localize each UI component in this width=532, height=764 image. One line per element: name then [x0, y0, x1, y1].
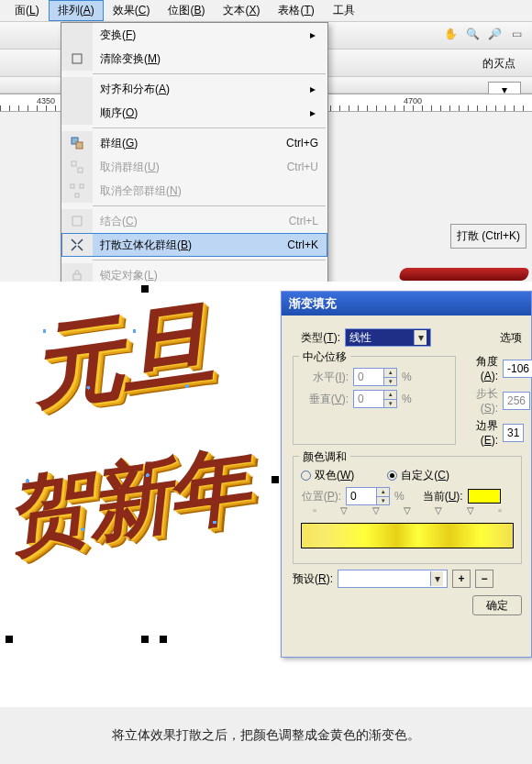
dd-group[interactable]: 群组(G) Ctrl+G — [61, 131, 327, 155]
zoom-out-icon[interactable]: 🔎 — [486, 26, 503, 42]
pos-input[interactable]: 0▴▾ — [346, 487, 390, 505]
vert-input[interactable]: 0▴▾ — [353, 390, 397, 408]
center-offset-title: 中心位移 — [299, 349, 350, 365]
angle-label: 角度(A): — [461, 354, 498, 382]
horiz-input[interactable]: 0▴▾ — [353, 368, 397, 386]
menu-table[interactable]: 表格(T) — [269, 0, 323, 21]
dd-order[interactable]: 顺序(O) ▸ — [61, 101, 327, 125]
ruler-mark-left: 4350 — [37, 96, 55, 105]
tooltip-break: 打散 (Ctrl+K) — [450, 224, 526, 249]
arrange-dropdown: 变换(F) ▸ 清除变换(M) 对齐和分布(A) ▸ 顺序(O) ▸ 群组(G)… — [61, 22, 328, 282]
hand-icon[interactable]: ✋ — [442, 26, 459, 42]
menubar: 面(L) 排列(A) 效果(C) 位图(B) 文本(X) 表格(T) 工具 — [0, 0, 532, 22]
edge-label: 边界(E): — [461, 418, 498, 447]
menu-text[interactable]: 文本(X) — [214, 0, 269, 21]
dd-clear-transform[interactable]: 清除变换(M) — [61, 47, 327, 71]
lower-section: 元旦 贺新年 渐变填充 类型(T): 线性▾ 选项 中心位移 水平(I): 0▴… — [0, 282, 532, 707]
fountain-fill-dialog: 渐变填充 类型(T): 线性▾ 选项 中心位移 水平(I): 0▴▾ % 垂直( — [281, 291, 532, 658]
vanish-point-label: 的灭点 — [482, 56, 515, 72]
svg-rect-7 — [75, 194, 79, 197]
dd-separator — [93, 127, 326, 128]
steps-input[interactable]: 256 — [503, 392, 530, 410]
text-line-1[interactable]: 元旦 — [24, 284, 217, 432]
preset-dropdown[interactable]: ▾ — [338, 570, 448, 588]
fit-page-icon[interactable]: ▭ — [508, 26, 525, 42]
selection-handle[interactable] — [272, 476, 279, 483]
menu-face[interactable]: 面(L) — [6, 0, 49, 21]
angle-input[interactable]: -106 — [503, 360, 532, 378]
blend-title: 颜色调和 — [299, 449, 350, 465]
gradient-preview[interactable] — [301, 523, 514, 548]
dd-separator — [93, 73, 326, 74]
text-line-2[interactable]: 贺新年 — [1, 428, 253, 572]
current-label: 当前(U): — [423, 489, 463, 504]
dialog-title: 渐变填充 — [282, 292, 531, 316]
dd-ungroup[interactable]: 取消群组(U) Ctrl+U — [61, 155, 327, 179]
svg-rect-6 — [80, 184, 83, 188]
pos-label: 位置(P): — [301, 489, 341, 504]
blend-group: 颜色调和 双色(W) 自定义(C) 位置(P): 0▴▾ % 当前(U): ▫▽… — [293, 456, 522, 564]
dd-break-apart[interactable]: 打散立体化群组(B) Ctrl+K — [61, 233, 327, 257]
selection-handle[interactable] — [141, 285, 149, 293]
gradient-markers: ▫▽▽▽▽▽▫ — [301, 505, 514, 515]
svg-rect-4 — [78, 168, 83, 172]
vert-label: 垂直(V): — [301, 392, 349, 407]
dd-separator — [93, 260, 326, 260]
steps-label: 步长(S): — [461, 386, 498, 415]
svg-rect-0 — [72, 54, 82, 63]
preset-add-button[interactable]: + — [452, 570, 471, 588]
type-label: 类型(T): — [293, 330, 340, 346]
dd-transform[interactable]: 变换(F) ▸ — [61, 23, 327, 47]
menu-bitmap[interactable]: 位图(B) — [159, 0, 214, 21]
custom-radio[interactable]: 自定义(C) — [387, 468, 449, 483]
current-color-swatch[interactable] — [468, 489, 501, 504]
edge-input[interactable]: 31 — [503, 424, 524, 442]
app-top-section: 面(L) 排列(A) 效果(C) 位图(B) 文本(X) 表格(T) 工具 ✋ … — [0, 0, 532, 282]
menu-arrange[interactable]: 排列(A) — [49, 0, 104, 21]
dd-separator — [93, 205, 326, 206]
zoom-in-icon[interactable]: 🔍 — [464, 26, 481, 42]
canvas-artwork[interactable]: 元旦 贺新年 — [7, 287, 277, 648]
type-dropdown[interactable]: 线性▾ — [345, 328, 431, 347]
canvas-object-partial — [398, 268, 530, 281]
horiz-label: 水平(I): — [301, 370, 349, 385]
ruler-mark-right: 4700 — [404, 96, 422, 105]
menu-tools[interactable]: 工具 — [324, 0, 364, 21]
ok-button[interactable]: 确定 — [472, 595, 522, 615]
tutorial-caption: 将立体效果打散之后，把颜色调整成金黄色的渐变色。 — [0, 707, 532, 764]
svg-rect-3 — [72, 161, 76, 166]
options-label: 选项 — [500, 330, 522, 346]
preset-label: 预设(R): — [293, 571, 333, 587]
two-color-radio[interactable]: 双色(W) — [301, 468, 354, 483]
svg-rect-8 — [73, 274, 81, 280]
svg-rect-2 — [76, 142, 83, 149]
dd-align[interactable]: 对齐和分布(A) ▸ — [61, 77, 327, 101]
svg-rect-5 — [71, 184, 74, 188]
menu-effects[interactable]: 效果(C) — [104, 0, 160, 21]
center-offset-group: 中心位移 水平(I): 0▴▾ % 垂直(V): 0▴▾ % — [293, 356, 456, 445]
dd-combine[interactable]: 结合(C) Ctrl+L — [61, 209, 327, 233]
selection-handle[interactable] — [160, 636, 167, 643]
selection-handle[interactable] — [6, 636, 13, 643]
selection-handle[interactable] — [141, 636, 149, 643]
preset-remove-button[interactable]: − — [475, 570, 493, 588]
dd-lock[interactable]: 锁定对象(L) — [61, 263, 327, 282]
dd-ungroup-all[interactable]: 取消全部群组(N) — [61, 179, 327, 203]
